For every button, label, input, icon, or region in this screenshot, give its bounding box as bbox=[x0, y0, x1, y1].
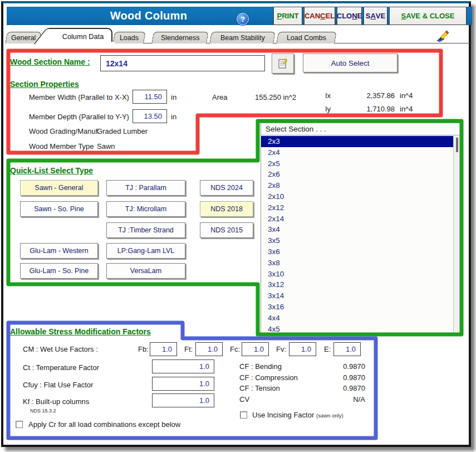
member-depth-label: Member Depth (Parallel to Y-Y) bbox=[29, 113, 129, 121]
fc-input[interactable]: 1.0 bbox=[242, 342, 269, 356]
tab-column-data-underlap bbox=[39, 42, 115, 45]
fc-label: Fc: bbox=[230, 345, 240, 353]
member-width-unit: in bbox=[171, 93, 176, 101]
quick-tj-parallam-button[interactable]: TJ : Parallam bbox=[106, 180, 185, 196]
apply-cr-checkbox[interactable] bbox=[16, 421, 23, 428]
section-list-item[interactable]: 3x5 bbox=[261, 235, 453, 246]
wood-member-type-value: Sawn bbox=[97, 142, 115, 150]
section-properties-heading: Section Properties bbox=[10, 80, 79, 89]
quick-versalam-button[interactable]: VersaLam bbox=[106, 263, 185, 279]
section-list-item[interactable]: 3x4 bbox=[261, 224, 453, 235]
tab-slenderness[interactable]: Slenderness bbox=[151, 32, 209, 43]
fb-input[interactable]: 1.0 bbox=[150, 342, 177, 356]
section-database-button[interactable] bbox=[272, 54, 294, 74]
section-list-item[interactable]: 2x6 bbox=[261, 169, 453, 180]
section-list-item[interactable]: 4x5 bbox=[261, 324, 453, 334]
section-list-item[interactable]: 3x12 bbox=[261, 279, 453, 290]
save-button[interactable]: SAVE bbox=[364, 7, 387, 25]
area-value: 155.250 in^2 bbox=[255, 93, 296, 101]
quick-glulam-so-pine-button[interactable]: Glu-Lam - So. Pine bbox=[20, 263, 98, 279]
auto-select-button[interactable]: Auto Select bbox=[303, 54, 398, 72]
wood-member-type-label: Wood Member Type bbox=[29, 142, 94, 150]
section-list-item[interactable]: 2x12 bbox=[261, 202, 453, 213]
quick-glulam-western-button[interactable]: Glu-Lam - Western bbox=[20, 243, 98, 259]
section-list-item[interactable]: 2x3 bbox=[261, 136, 453, 147]
member-width-label: Member Width (Parallel to X-X) bbox=[29, 93, 129, 101]
use-incising-label: Use Incising Factor bbox=[252, 411, 314, 419]
cf-tension-label: CF : Tension bbox=[239, 384, 280, 392]
print-button[interactable]: PRINT bbox=[273, 7, 302, 25]
stress-factors-heading: Allowable Stress Modification Factors bbox=[10, 327, 151, 336]
cancel-button[interactable]: CANCEL bbox=[304, 7, 335, 25]
window-title: Wood Column bbox=[79, 9, 218, 22]
screenshot-stage: Wood Column ? PRINT CANCEL CLONE SAVE SA… bbox=[0, 0, 476, 452]
clone-button[interactable]: CLONE bbox=[337, 7, 362, 25]
apply-cr-label: Apply Cr for all load combinations excep… bbox=[28, 420, 180, 429]
quick-tj-timber-strand-button[interactable]: TJ :Timber Strand bbox=[106, 222, 185, 238]
quick-lp-ganglam-button[interactable]: LP:Gang-Lam LVL bbox=[106, 243, 185, 259]
kf-input[interactable]: 1.0 bbox=[152, 393, 214, 407]
cfuy-input[interactable]: 1.0 bbox=[152, 377, 214, 391]
edit-pencil-icon[interactable] bbox=[435, 29, 450, 42]
scrollbar-thumb[interactable] bbox=[456, 138, 458, 152]
app-window: Wood Column ? PRINT CANCEL CLONE SAVE SA… bbox=[1, 1, 471, 447]
cfuy-label: Cfuy : Flat Use Factor bbox=[23, 381, 93, 389]
nds-2018-button[interactable]: NDS 2018 bbox=[200, 201, 253, 217]
quick-sawn-general-button[interactable]: Sawn - General bbox=[20, 180, 98, 196]
tab-load-combs[interactable]: Load Combs bbox=[276, 32, 337, 43]
iy-label: Iy bbox=[325, 105, 331, 113]
section-list-items: 2x32x42x52x62x82x102x122x143x43x53x63x83… bbox=[261, 136, 453, 334]
cf-compression-label: CF : Compression bbox=[239, 373, 298, 382]
tab-beam-stability[interactable]: Beam Stability bbox=[209, 32, 276, 43]
wood-grading-value: Graded Lumber bbox=[97, 127, 148, 135]
section-list-item[interactable]: 3x6 bbox=[261, 246, 453, 257]
section-list-item[interactable]: 3x10 bbox=[261, 269, 453, 280]
use-incising-checkbox[interactable] bbox=[240, 411, 247, 419]
ix-unit: in^4 bbox=[400, 91, 413, 100]
cm-wet-use-label: CM : Wet Use Factors : bbox=[23, 345, 98, 353]
member-width-input[interactable]: 11.50 bbox=[133, 90, 167, 104]
section-list-item[interactable]: 2x14 bbox=[261, 213, 453, 225]
ct-input[interactable]: 1.0 bbox=[152, 359, 214, 373]
cf-compression-value: 0.9870 bbox=[312, 373, 365, 382]
fv-label: Fv: bbox=[276, 345, 286, 353]
section-list-item[interactable]: 2x5 bbox=[261, 158, 453, 169]
quick-list-heading: Quick-List Select Type bbox=[10, 166, 93, 175]
fb-label: Fb: bbox=[138, 345, 149, 353]
e-label: E: bbox=[324, 345, 331, 353]
section-list-item[interactable]: 2x10 bbox=[261, 191, 453, 202]
member-depth-input[interactable]: 13.50 bbox=[133, 109, 167, 123]
wood-section-name-input[interactable]: 12x14 bbox=[100, 55, 265, 71]
quick-sawn-so-pine-button[interactable]: Sawn - So. Pine bbox=[20, 201, 98, 217]
section-list-item[interactable]: 2x4 bbox=[261, 147, 453, 158]
cf-bending-label: CF : Bending bbox=[239, 362, 282, 371]
tab-loads[interactable]: Loads bbox=[112, 32, 146, 43]
e-input[interactable]: 1.0 bbox=[333, 342, 361, 356]
cv-value: N/A bbox=[312, 395, 365, 404]
iy-unit: in^4 bbox=[400, 105, 413, 113]
area-label: Area bbox=[212, 93, 227, 101]
member-depth-unit: in bbox=[171, 113, 176, 121]
incising-note: (sawn only) bbox=[316, 412, 343, 419]
iy-value: 1,710.98 bbox=[346, 105, 395, 113]
nds-2024-button[interactable]: NDS 2024 bbox=[200, 180, 253, 196]
kf-label: Kf : Built-up columns bbox=[23, 397, 89, 406]
cf-tension-value: 0.9870 bbox=[312, 384, 365, 392]
ix-label: Ix bbox=[325, 91, 331, 100]
wood-section-name-heading: Wood Section Name : bbox=[10, 57, 90, 66]
cf-bending-value: 0.9870 bbox=[312, 362, 365, 371]
section-list-scrollbar[interactable] bbox=[453, 136, 460, 334]
section-list-item[interactable]: 3x8 bbox=[261, 257, 453, 269]
nds-2015-button[interactable]: NDS 2015 bbox=[200, 222, 253, 238]
section-list-item[interactable]: 4x4 bbox=[261, 313, 453, 324]
section-list-item[interactable]: 2x8 bbox=[261, 180, 453, 191]
save-close-button[interactable]: SAVE & CLOSE bbox=[389, 7, 467, 25]
ft-label: Ft: bbox=[184, 345, 193, 353]
fv-input[interactable]: 1.0 bbox=[289, 342, 316, 356]
ft-input[interactable]: 1.0 bbox=[195, 342, 223, 356]
quick-tj-microllam-button[interactable]: TJ: Microllam bbox=[106, 201, 185, 217]
section-list-item[interactable]: 3x16 bbox=[261, 302, 453, 313]
section-list-header: Select Section . . . bbox=[261, 123, 460, 135]
help-icon[interactable]: ? bbox=[237, 13, 249, 25]
section-list-item[interactable]: 3x14 bbox=[261, 290, 453, 302]
